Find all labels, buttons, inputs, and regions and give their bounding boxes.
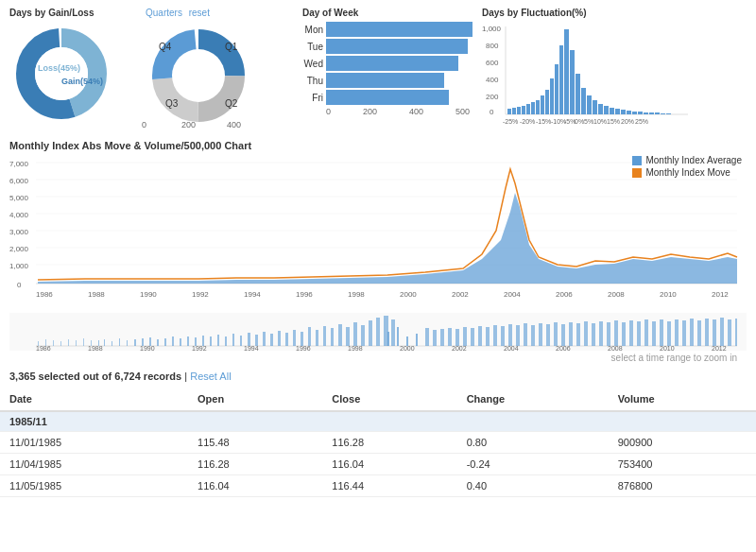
col-date: Date — [0, 388, 188, 411]
svg-text:600: 600 — [486, 59, 499, 67]
svg-rect-143 — [232, 334, 234, 346]
svg-rect-197 — [667, 321, 671, 346]
svg-text:1996: 1996 — [296, 290, 313, 299]
legend-avg: Monthly Index Average — [632, 155, 742, 165]
svg-rect-161 — [369, 320, 372, 346]
svg-rect-31 — [536, 100, 540, 114]
svg-text:2008: 2008 — [608, 290, 625, 299]
svg-text:1986: 1986 — [36, 345, 51, 352]
svg-rect-35 — [555, 64, 558, 114]
quarters-reset[interactable]: reset — [189, 8, 210, 18]
svg-text:25%: 25% — [635, 118, 648, 125]
svg-rect-146 — [255, 335, 258, 346]
gain-loss-title: Days by Gain/Loss — [9, 8, 132, 18]
svg-text:Loss(45%): Loss(45%) — [38, 63, 80, 73]
svg-rect-137 — [187, 336, 189, 346]
reset-all-link[interactable]: Reset All — [190, 371, 231, 382]
svg-rect-172 — [478, 326, 482, 346]
svg-rect-160 — [361, 325, 365, 346]
group-label: 1985/11 — [0, 411, 756, 432]
svg-rect-190 — [614, 320, 618, 346]
fluctuation-chart: 1,000 800 600 400 200 0 — [482, 22, 690, 130]
svg-rect-196 — [660, 319, 663, 346]
list-item: Mon — [302, 22, 472, 37]
svg-text:400: 400 — [486, 76, 499, 84]
svg-rect-131 — [142, 338, 144, 346]
svg-rect-38 — [570, 50, 575, 114]
svg-text:20%: 20% — [621, 118, 634, 125]
dow-bar[interactable] — [326, 22, 472, 37]
main-chart-svg[interactable]: 7,000 6,000 5,000 4,000 3,000 2,000 1,00… — [9, 155, 747, 311]
cell-open: 116.04 — [188, 475, 322, 497]
table-row[interactable]: 11/05/1985 116.04 116.44 0.40 876800 — [0, 475, 756, 497]
dow-label: Mon — [302, 25, 323, 35]
svg-rect-156 — [331, 328, 334, 346]
svg-rect-144 — [240, 336, 242, 346]
svg-text:200: 200 — [181, 120, 196, 129]
svg-rect-105 — [83, 338, 84, 346]
svg-rect-33 — [545, 90, 549, 114]
dow-bar[interactable] — [326, 90, 449, 105]
svg-rect-128 — [119, 338, 120, 346]
list-item: Thu — [302, 73, 472, 88]
svg-rect-154 — [316, 330, 318, 346]
svg-text:1,000: 1,000 — [482, 25, 502, 33]
svg-rect-43 — [598, 104, 603, 114]
cell-date: 11/01/1985 — [0, 432, 188, 454]
svg-rect-51 — [644, 112, 648, 114]
dow-title: Day of Week — [302, 8, 472, 18]
main-chart-title: Monthly Index Abs Move & Volume/500,000 … — [9, 140, 747, 151]
svg-rect-187 — [592, 323, 595, 346]
dow-axis-500: 500 — [455, 107, 470, 116]
svg-text:3,000: 3,000 — [9, 228, 29, 236]
svg-rect-198 — [675, 319, 679, 346]
svg-rect-26 — [512, 108, 516, 114]
dow-bar[interactable] — [326, 39, 468, 54]
svg-text:2000: 2000 — [400, 290, 417, 299]
svg-text:2010: 2010 — [660, 345, 675, 352]
svg-rect-151 — [293, 330, 296, 346]
table-row[interactable]: 11/04/1985 116.28 116.04 -0.24 753400 — [0, 454, 756, 475]
svg-rect-173 — [486, 327, 490, 346]
list-item: Fri — [302, 90, 472, 105]
fluct-title: Days by Fluctuation(%) — [482, 8, 747, 18]
svg-text:Q4: Q4 — [159, 42, 172, 52]
svg-rect-182 — [554, 322, 558, 346]
svg-text:1992: 1992 — [192, 290, 209, 299]
quarters-section: Quarters reset Q1 Q2 Q3 Q4 0 — [142, 8, 293, 126]
svg-rect-152 — [301, 332, 303, 346]
svg-rect-164 — [391, 319, 395, 346]
svg-rect-47 — [621, 110, 626, 114]
svg-text:4,000: 4,000 — [9, 211, 29, 219]
dow-bars: Mon Tue Wed Thu Fri — [302, 22, 472, 105]
svg-rect-32 — [541, 95, 544, 114]
svg-rect-186 — [584, 321, 588, 346]
svg-text:0: 0 — [490, 108, 494, 116]
svg-rect-159 — [353, 322, 357, 346]
svg-rect-149 — [278, 331, 281, 346]
col-close: Close — [322, 388, 456, 411]
table-row[interactable]: 11/01/1985 115.48 116.28 0.80 900900 — [0, 432, 756, 454]
svg-rect-177 — [516, 325, 520, 346]
svg-rect-204 — [720, 318, 724, 346]
svg-rect-55 — [666, 113, 671, 114]
svg-text:-20%: -20% — [520, 118, 535, 125]
dow-bar[interactable] — [326, 73, 444, 88]
svg-rect-53 — [655, 112, 660, 114]
dow-axis-400: 400 — [409, 107, 423, 116]
timeline-brush[interactable]: 1986 1988 1990 1992 1994 1996 1998 2000 … — [9, 313, 747, 351]
svg-rect-205 — [728, 319, 731, 346]
svg-text:Q3: Q3 — [165, 98, 179, 109]
table-group-row: 1985/11 — [0, 411, 756, 432]
svg-text:1,000: 1,000 — [9, 262, 29, 270]
brush-svg[interactable]: 1986 1988 1990 1992 1994 1996 1998 2000 … — [9, 313, 747, 351]
dow-bar[interactable] — [326, 56, 458, 71]
col-volume: Volume — [609, 388, 756, 411]
svg-rect-48 — [627, 111, 631, 114]
legend-avg-label: Monthly Index Average — [645, 155, 742, 165]
svg-text:2002: 2002 — [452, 345, 467, 352]
chart-legend: Monthly Index Average Monthly Index Move — [632, 155, 742, 178]
legend-avg-color — [632, 156, 642, 165]
svg-rect-52 — [649, 112, 654, 114]
svg-rect-175 — [501, 326, 505, 346]
